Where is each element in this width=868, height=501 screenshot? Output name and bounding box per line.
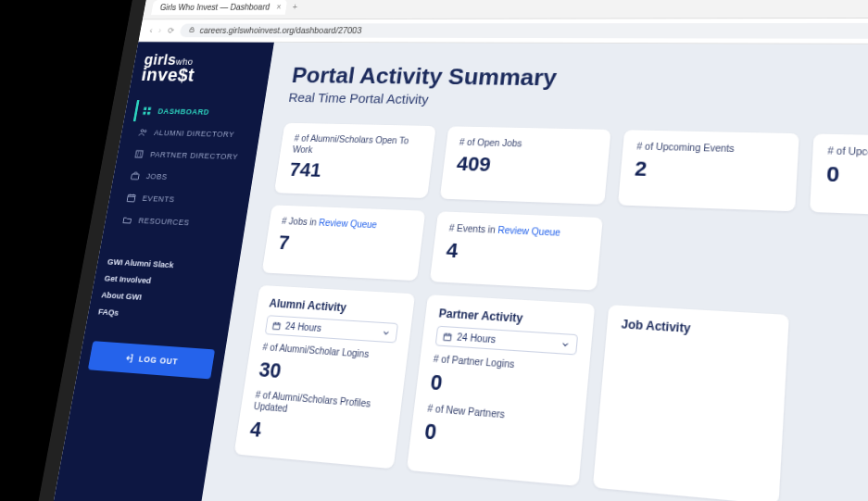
- card-value: 4: [445, 238, 586, 269]
- svg-rect-4: [147, 112, 151, 115]
- time-range-select[interactable]: 24 Hours: [265, 315, 398, 343]
- chevron-down-icon: [381, 328, 391, 338]
- reload-icon[interactable]: ⟳: [167, 26, 174, 34]
- stats-grid: # of Alumni/Scholars Open To Work 741 # …: [234, 123, 868, 501]
- browser-tab[interactable]: Girls Who Invest — Dashboard ×: [151, 0, 287, 15]
- time-range-select[interactable]: 24 Hours: [435, 326, 579, 356]
- card-upcoming-events: # of Upcoming Events 2: [618, 130, 799, 211]
- tab-title: Girls Who Invest — Dashboard: [159, 3, 270, 12]
- logout-button[interactable]: LOG OUT: [88, 341, 215, 379]
- card-alumni-activity: Alumni Activity 24 Hours # of Alumni/Sch…: [234, 285, 415, 469]
- close-icon[interactable]: ×: [276, 3, 283, 12]
- lock-icon: [187, 26, 195, 35]
- section-title: Partner Activity: [438, 307, 580, 329]
- nav-back-icon[interactable]: ‹: [149, 26, 154, 34]
- card-events-review-queue: # Events in Review Queue 4: [430, 211, 603, 290]
- dashboard-icon: [142, 106, 153, 116]
- section-title: Job Activity: [621, 318, 774, 341]
- svg-rect-1: [144, 107, 147, 110]
- url-field[interactable]: careers.girlswhoinvest.org/dashboard/270…: [179, 23, 868, 39]
- card-open-jobs: # of Open Jobs 409: [440, 126, 611, 205]
- building-icon: [133, 149, 145, 159]
- brand-logo: girlswho inve$t: [140, 53, 262, 85]
- select-value: 24 Hours: [457, 332, 497, 344]
- sidebar-item-label: ALUMNI DIRECTORY: [154, 129, 235, 139]
- sidebar-item-label: JOBS: [145, 172, 168, 182]
- card-value: 2: [634, 157, 783, 185]
- folder-icon: [121, 215, 132, 226]
- metric-value: 0: [429, 369, 573, 406]
- card-open-to-work: # of Alumni/Scholars Open To Work 741: [274, 123, 436, 198]
- url-text: careers.girlswhoinvest.org/dashboard/270…: [199, 26, 362, 35]
- browser-tab-bar: Girls Who Invest — Dashboard × +: [143, 0, 868, 19]
- browser-address-bar: ‹ › ⟳ careers.girlswhoinvest.org/dashboa…: [138, 19, 868, 45]
- sidebar-item-label: PARTNER DIRECTORY: [149, 150, 238, 161]
- card-upcoming-partner-events: # of Upcoming Partner Events 0: [810, 133, 868, 219]
- sidebar-item-resources[interactable]: RESOURCES: [113, 208, 236, 236]
- nav-forward-icon[interactable]: ›: [157, 26, 162, 34]
- svg-rect-0: [189, 30, 194, 32]
- briefcase-icon: [130, 170, 141, 181]
- sidebar-item-label: EVENTS: [142, 194, 175, 205]
- card-label: # of Alumni/Scholars Open To Work: [292, 133, 422, 158]
- sidebar-links: GWI Alumni Slack Get Involved About GWI …: [97, 253, 230, 328]
- card-label: # of Upcoming Events: [636, 141, 785, 156]
- sidebar-item-alumni-directory[interactable]: ALUMNI DIRECTORY: [130, 121, 252, 146]
- new-tab-button[interactable]: +: [292, 3, 298, 12]
- main-content: ⊙ Portal Activity Summary Real Time Port…: [187, 43, 868, 501]
- label-text: # Jobs in: [281, 216, 320, 227]
- people-icon: [137, 127, 148, 137]
- calendar-icon: [126, 193, 137, 203]
- logout-label: LOG OUT: [138, 355, 179, 367]
- svg-rect-8: [131, 174, 139, 180]
- svg-rect-11: [444, 333, 451, 340]
- svg-rect-9: [127, 194, 135, 202]
- calendar-icon: [271, 320, 282, 331]
- card-value: 741: [288, 158, 419, 185]
- sidebar-item-dashboard[interactable]: DASHBOARD: [133, 100, 255, 124]
- svg-rect-3: [143, 112, 146, 115]
- card-job-activity: Job Activity: [593, 305, 789, 501]
- select-value: 24 Hours: [284, 320, 321, 333]
- logout-icon: [123, 352, 135, 364]
- svg-rect-7: [135, 151, 143, 157]
- sidebar-item-label: DASHBOARD: [157, 107, 210, 117]
- card-value: 7: [277, 231, 409, 260]
- card-label: # of Open Jobs: [459, 137, 597, 152]
- card-label: # Events in Review Queue: [448, 223, 588, 241]
- metric-value: 30: [258, 357, 393, 392]
- logo-line2: inve$t: [140, 67, 260, 85]
- sidebar-item-label: RESOURCES: [138, 216, 191, 227]
- card-label: # Jobs in Review Queue: [281, 216, 411, 232]
- chevron-down-icon: [560, 339, 571, 349]
- section-title: Alumni Activity: [269, 296, 401, 317]
- card-jobs-review-queue: # Jobs in Review Queue 7: [262, 205, 426, 281]
- calendar-icon: [442, 332, 452, 342]
- card-label: # of Upcoming Partner Events: [827, 145, 868, 161]
- svg-rect-10: [273, 322, 281, 329]
- svg-point-6: [145, 131, 147, 132]
- review-queue-link[interactable]: Review Queue: [319, 218, 378, 230]
- review-queue-link[interactable]: Review Queue: [497, 225, 561, 238]
- svg-point-5: [141, 130, 144, 132]
- svg-rect-2: [148, 107, 152, 110]
- card-value: 0: [826, 161, 868, 191]
- label-text: # Events in: [448, 223, 498, 235]
- card-value: 409: [456, 152, 596, 180]
- card-partner-activity: Partner Activity 24 Hours # of Partner L…: [407, 294, 595, 485]
